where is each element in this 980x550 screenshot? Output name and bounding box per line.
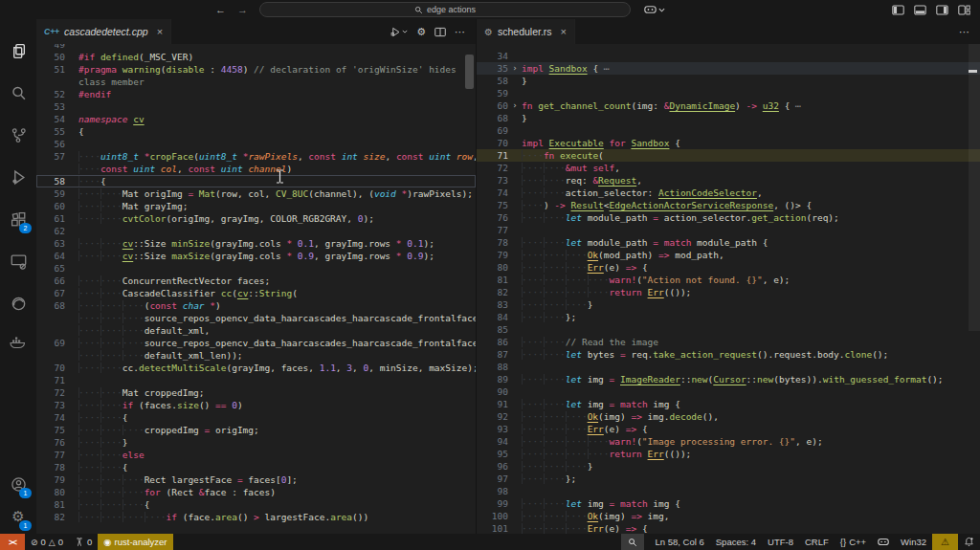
rust-analyzer-status[interactable]: ◉ rust-analyzer (98, 534, 172, 550)
fold-chevron-icon[interactable]: › (508, 99, 522, 112)
accounts-icon[interactable]: 1 (0, 466, 36, 502)
code-line[interactable]: 78········let module_path = match module… (477, 236, 980, 249)
cursor-position[interactable]: Ln 58, Col 6 (650, 534, 710, 550)
code-line[interactable]: 87········let bytes = req.take_action_re… (477, 348, 980, 361)
code-line[interactable]: 34 (477, 50, 980, 62)
code-line[interactable]: ····const uint col, const uint channel) (36, 163, 476, 175)
code-line[interactable]: 94················warn!("Image processin… (477, 435, 980, 448)
code-line[interactable]: 49 (36, 44, 476, 51)
code-line[interactable]: 101············Err(e) => { (477, 522, 980, 534)
code-line[interactable]: 69············source_repos_opencv_data_h… (36, 337, 476, 349)
tab-scheduler-rs[interactable]: ⚙ scheduler.rs × (477, 19, 575, 44)
code-line[interactable]: 35›impl Sandbox { ⋯ (477, 62, 980, 75)
code-line[interactable]: 81············{ (36, 498, 476, 511)
scrollbar-track[interactable] (969, 44, 980, 331)
code-line[interactable]: ············source_repos_opencv_data_haa… (36, 312, 476, 324)
code-line[interactable]: 76········} (36, 436, 476, 449)
remote-indicator[interactable]: >< (0, 534, 25, 550)
code-line[interactable]: 70impl Executable for Sandbox { (477, 137, 980, 149)
scrollbar-thumb[interactable] (465, 55, 474, 89)
code-line[interactable]: 99········let img = match img { (477, 497, 980, 510)
code-line[interactable]: 98 (477, 485, 980, 497)
code-line[interactable]: 82················if (face.area() > larg… (36, 511, 476, 523)
code-line[interactable]: 74········action_selector: ActionCodeSel… (477, 187, 980, 199)
docker-icon[interactable] (0, 323, 36, 360)
toggle-primary-sidebar-icon[interactable] (892, 5, 904, 15)
code-line[interactable]: 57····uint8_t *cropFace(uint8_t *rawPixe… (36, 150, 476, 163)
code-line[interactable]: 76········let module_path = action_selec… (477, 211, 980, 224)
fold-chevron-icon[interactable]: › (508, 62, 522, 75)
code-line[interactable]: 73········req: &Request, (477, 174, 980, 187)
back-arrow-icon[interactable]: ← (210, 4, 232, 15)
more-actions-icon[interactable]: ⋯ (959, 26, 970, 38)
code-line[interactable]: 60›fn get_channel_count(img: &DynamicIma… (477, 99, 980, 112)
code-line[interactable]: 92············Ok(img) => img.decode(), (477, 410, 980, 423)
settings-gear-icon[interactable]: ⚙ 1 (0, 498, 36, 535)
code-line[interactable]: 61········cvtColor(origImg, grayImg, COL… (36, 212, 476, 225)
split-editor-icon[interactable] (434, 27, 446, 37)
code-line[interactable]: 90 (477, 385, 980, 398)
toggle-secondary-sidebar-icon[interactable] (936, 5, 948, 15)
language-mode[interactable]: {} C++ (835, 534, 872, 550)
tab-cascadedetect-cpp[interactable]: C++ cascadedetect.cpp × (36, 19, 171, 44)
code-line[interactable]: 70········cc.detectMultiScale(grayImg, f… (36, 362, 476, 374)
code-line[interactable]: 53 (36, 100, 476, 113)
code-line[interactable]: 88 (477, 361, 980, 373)
code-line[interactable]: 91········let img = match img { (477, 398, 980, 410)
editor-scheduler-rs[interactable]: 3435›impl Sandbox { ⋯58}5960›fn get_chan… (477, 44, 980, 534)
code-line[interactable]: 93············Err(e) => { (477, 423, 980, 435)
code-line[interactable]: ············default_xml, (36, 324, 476, 337)
close-icon[interactable]: × (561, 26, 567, 37)
code-line[interactable]: 83············} (477, 298, 980, 311)
settings-gear-icon[interactable]: ⚙ (416, 26, 426, 38)
screen-magnifier-indicator[interactable] (621, 534, 644, 550)
code-line[interactable]: 100············Ok(img) => img, (477, 510, 980, 522)
code-line[interactable]: 74········{ (36, 411, 476, 424)
code-line[interactable]: 71 (36, 374, 476, 386)
code-line[interactable]: 66········ConcurrentRectVector faces; (36, 275, 476, 287)
code-line[interactable]: 52#endif (36, 88, 476, 100)
code-line[interactable]: 80············Err(e) => { (477, 261, 980, 274)
copilot-menu[interactable] (644, 5, 665, 14)
customize-layout-icon[interactable] (958, 5, 970, 15)
code-line[interactable]: 55{ (36, 125, 476, 138)
copilot-status[interactable] (872, 534, 895, 550)
encoding[interactable]: UTF-8 (762, 534, 799, 550)
code-line[interactable]: 67········CascadeClassifier cc(cv::Strin… (36, 287, 476, 299)
code-line[interactable]: class member (36, 76, 476, 88)
code-line[interactable]: 95················return Err(()); (477, 448, 980, 460)
search-sidebar-icon[interactable] (0, 75, 36, 111)
code-line[interactable]: 86········// Read the image (477, 336, 980, 348)
close-icon[interactable]: × (157, 26, 163, 37)
code-line[interactable]: 78········{ (36, 461, 476, 473)
code-line[interactable]: 75····) -> Result<EdgeActionActorService… (477, 199, 980, 211)
code-line[interactable]: 79············Rect largestFace = faces[0… (36, 473, 476, 486)
remote-explorer-icon[interactable] (0, 243, 36, 279)
more-actions-icon[interactable]: ⋯ (455, 26, 466, 38)
code-line[interactable]: 72········&mut self, (477, 162, 980, 174)
code-line[interactable]: 60········Mat grayImg; (36, 200, 476, 212)
code-line[interactable]: 65 (36, 262, 476, 275)
ports-indicator[interactable]: 0 (69, 534, 98, 550)
forward-arrow-icon[interactable]: → (232, 4, 254, 15)
source-control-icon[interactable] (0, 117, 36, 153)
code-line[interactable]: 79············Ok(mod_path) => mod_path, (477, 249, 980, 261)
editor-cascadedetect-cpp[interactable]: 4950#if defined(_MSC_VER)51#pragma warni… (36, 44, 476, 534)
command-center-search[interactable]: edge actions (259, 2, 631, 17)
run-and-debug-icon[interactable] (0, 159, 36, 195)
code-line[interactable]: 59········Mat origImg = Mat(row, col, CV… (36, 187, 476, 200)
run-or-debug-icon[interactable] (390, 27, 408, 37)
extensions-icon[interactable]: 2 (0, 201, 36, 237)
code-line[interactable]: 96············} (477, 460, 980, 473)
code-line[interactable]: 89········let img = ImageReader::new(Cur… (477, 373, 980, 385)
code-line[interactable]: 59 (477, 87, 980, 99)
code-line[interactable]: 81················warn!("Action not foun… (477, 274, 980, 286)
code-line[interactable]: 82················return Err(()); (477, 286, 980, 298)
code-line[interactable]: 50#if defined(_MSC_VER) (36, 51, 476, 63)
code-line[interactable]: 56 (36, 138, 476, 150)
code-line[interactable]: 51#pragma warning(disable : 4458) // dec… (36, 63, 476, 76)
notifications-bell[interactable] (958, 534, 980, 550)
code-line[interactable]: 77········else (36, 449, 476, 461)
code-line[interactable]: 68} (477, 112, 980, 124)
code-line[interactable]: 63········cv::Size minSize(grayImg.cols … (36, 237, 476, 250)
